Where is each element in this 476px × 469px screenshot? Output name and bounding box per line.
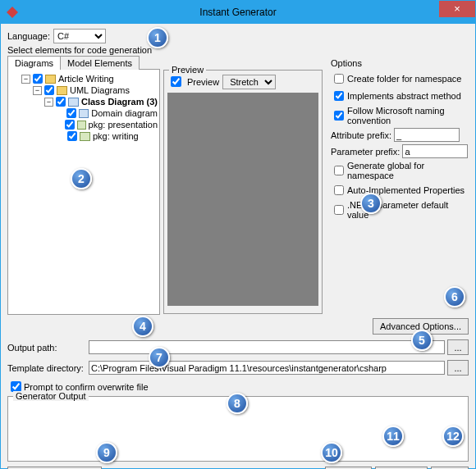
opt-auto-impl[interactable] bbox=[334, 185, 344, 195]
attr-prefix-label: Attribute prefix: bbox=[331, 130, 391, 140]
advanced-options-button[interactable]: Advanced Options... bbox=[373, 318, 469, 335]
diagram-icon bbox=[79, 109, 89, 118]
tree-check[interactable] bbox=[66, 108, 76, 118]
svg-marker-0 bbox=[7, 7, 18, 18]
tree-class-diagram[interactable]: − Class Diagram (3) bbox=[44, 96, 158, 107]
select-elements-label: Select elements for code generation bbox=[7, 45, 469, 55]
template-dir-label: Template directory: bbox=[7, 363, 86, 373]
collapse-icon[interactable]: − bbox=[21, 75, 30, 84]
tree-check[interactable] bbox=[65, 120, 75, 130]
output-path-browse[interactable]: ... bbox=[447, 339, 469, 355]
stretch-select[interactable]: Stretch bbox=[222, 75, 276, 89]
opt-net4[interactable] bbox=[334, 205, 344, 215]
collapse-icon[interactable]: − bbox=[44, 98, 53, 107]
language-label: Language: bbox=[7, 31, 50, 41]
language-select[interactable]: C# bbox=[53, 29, 106, 43]
app-icon bbox=[6, 6, 19, 19]
folder-icon bbox=[45, 75, 56, 84]
preview-legend: Preview bbox=[169, 65, 206, 75]
tree-item[interactable]: Domain diagram bbox=[56, 107, 158, 119]
package-icon bbox=[77, 121, 86, 130]
opt-gen-global[interactable] bbox=[334, 166, 344, 175]
tree-item[interactable]: pkg: writing bbox=[56, 130, 158, 142]
tab-model-elements[interactable]: Model Elements bbox=[60, 56, 140, 70]
generator-output: Generator Output bbox=[7, 396, 469, 462]
template-dir-input[interactable] bbox=[89, 361, 445, 375]
attr-prefix-input[interactable] bbox=[394, 128, 460, 142]
tab-diagrams[interactable]: Diagrams bbox=[7, 56, 61, 70]
preview-canvas bbox=[167, 93, 318, 306]
preview-checkbox-label: Preview bbox=[187, 77, 219, 87]
tree-uml[interactable]: − UML Diagrams bbox=[33, 84, 158, 96]
diagram-icon bbox=[68, 98, 79, 107]
tree-item[interactable]: pkg: presentation bbox=[56, 119, 158, 130]
tree-check[interactable] bbox=[33, 74, 43, 84]
opt-follow-naming[interactable] bbox=[334, 111, 344, 121]
output-path-input[interactable] bbox=[89, 340, 445, 354]
preview-checkbox[interactable] bbox=[171, 76, 181, 87]
options-group: Options Create folder for namespace Impl… bbox=[331, 58, 469, 220]
generator-output-legend: Generator Output bbox=[13, 391, 89, 401]
template-dir-browse[interactable]: ... bbox=[447, 360, 469, 376]
tree-root[interactable]: − Article Writing bbox=[21, 73, 158, 84]
tree-check[interactable] bbox=[67, 131, 77, 141]
window-title: Instant Generator bbox=[199, 7, 276, 18]
element-tree[interactable]: − Article Writing − UML Diagrams bbox=[7, 69, 160, 315]
opt-implements-abstract[interactable] bbox=[334, 91, 344, 101]
param-prefix-label: Parameter prefix: bbox=[331, 147, 400, 157]
preview-group: Preview Preview Stretch bbox=[163, 70, 323, 314]
options-legend: Options bbox=[331, 58, 469, 68]
collapse-icon[interactable]: − bbox=[33, 86, 42, 95]
close-icon[interactable]: × bbox=[439, 1, 475, 17]
prompt-overwrite-label: Prompt to confirm overwrite file bbox=[24, 382, 149, 392]
titlebar: Instant Generator × bbox=[1, 1, 475, 24]
tabs: Diagrams Model Elements bbox=[7, 56, 160, 70]
output-path-label: Output path: bbox=[7, 343, 86, 353]
package-icon bbox=[80, 132, 90, 141]
param-prefix-input[interactable] bbox=[402, 144, 468, 158]
tree-check[interactable] bbox=[44, 85, 54, 95]
tree-check[interactable] bbox=[56, 97, 66, 107]
opt-create-folder[interactable] bbox=[334, 74, 344, 84]
folder-icon bbox=[57, 86, 67, 95]
